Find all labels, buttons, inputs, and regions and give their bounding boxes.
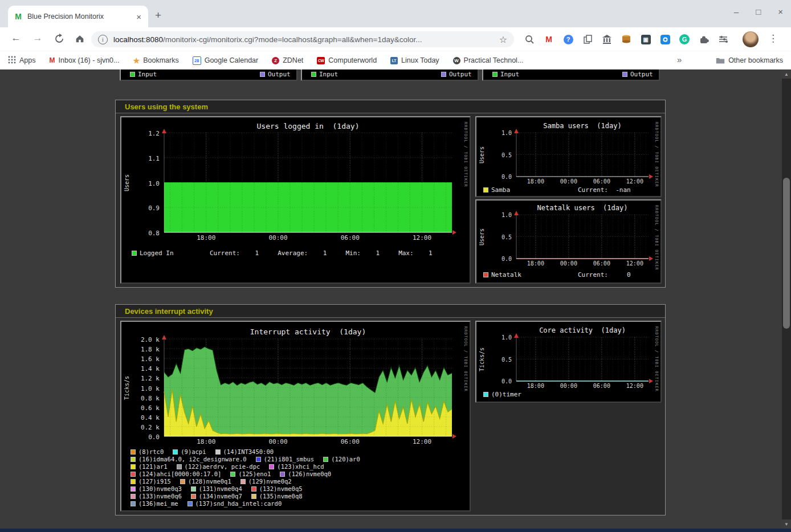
legend-item: (134)nvme0q7: [191, 493, 242, 500]
legend-item: (137)snd_hda_intel:card0: [187, 500, 282, 507]
legend-item: (16)idma64.0, i2c_designware.0: [131, 456, 247, 463]
grammarly-extension-icon[interactable]: G: [675, 31, 694, 47]
x-tick-label: 18:00: [194, 234, 219, 242]
legend-color-swatch: [483, 272, 488, 277]
y-tick-label: 0.5: [476, 357, 512, 363]
close-button[interactable]: ×: [778, 7, 783, 17]
camera-extension-icon[interactable]: [655, 31, 675, 47]
bookmark-item-wordpress[interactable]: WPractical Technol...: [453, 56, 524, 64]
y-tick-label: 0.8 k: [121, 395, 160, 402]
legend-label: (135)nvme0q8: [259, 493, 303, 500]
help-extension-icon[interactable]: ?: [558, 31, 578, 47]
bookmarks-overflow-chevron[interactable]: »: [677, 55, 682, 64]
browser-tab[interactable]: M Blue Precision Monitorix ×: [8, 6, 148, 27]
legend-label: (0)timer: [491, 391, 521, 398]
y-tick-label: 0.9: [121, 204, 160, 212]
page-info-icon[interactable]: i: [98, 35, 108, 44]
legend-stats: Current: -nan: [578, 186, 631, 194]
legend-row: (121)ar1(122)aerdrv, pcie-dpc(123)xhci_h…: [131, 463, 333, 470]
calendar-icon: 28: [193, 56, 201, 65]
netatalk-users-graph[interactable]: Netatalk users (1day)Users1.00.50.018:00…: [475, 199, 662, 284]
bookmark-star-icon[interactable]: ☆: [499, 34, 507, 45]
legend-label: (21)i801_smbus: [264, 456, 315, 463]
rrdtool-watermark: RRDTOOL / TOBI OETIKER: [654, 326, 659, 392]
x-tick-label: 12:00: [622, 260, 647, 267]
bank-extension-icon[interactable]: [597, 31, 617, 47]
y-tick-label: 2.0 k: [121, 336, 160, 343]
legend-item: (128)nvme0q1: [180, 478, 231, 485]
chart-title: Users logged in (1day): [164, 122, 452, 130]
back-button[interactable]: ←: [9, 32, 23, 44]
bookmark-item-linuxtoday[interactable]: LTLinux Today: [390, 56, 439, 64]
search-extension-icon[interactable]: [520, 31, 539, 47]
app-extension-icon[interactable]: ▣: [636, 31, 655, 47]
section-header-users: Users using the system: [116, 100, 665, 113]
new-tab-button[interactable]: +: [155, 9, 161, 22]
maximize-button[interactable]: □: [756, 7, 761, 17]
y-tick-label: 0.5: [476, 152, 512, 158]
legend-color-swatch: [441, 72, 446, 77]
profile-avatar[interactable]: [743, 31, 759, 47]
bookmark-item-zdnet[interactable]: ZZDNet: [272, 56, 303, 64]
rrdtool-watermark: RRDTOOL / TOBI OETIKER: [654, 122, 659, 187]
tab-close-icon[interactable]: ×: [135, 12, 142, 22]
sliders-extension-icon[interactable]: [713, 31, 733, 47]
home-button[interactable]: [73, 34, 87, 47]
legend-label: (122)aerdrv, pcie-dpc: [185, 463, 260, 470]
x-tick-label: 06:00: [589, 178, 614, 185]
bookmark-item-calendar[interactable]: 28Google Calendar: [193, 56, 259, 65]
gmail-extension-icon[interactable]: M: [539, 31, 558, 47]
legend-color-swatch: [280, 472, 285, 477]
address-bar[interactable]: i localhost:8080/monitorix-cgi/monitorix…: [91, 31, 514, 47]
x-tick-label: 06:00: [589, 260, 614, 267]
scroll-up-icon[interactable]: ▲: [782, 69, 791, 79]
legend-item: Output: [441, 71, 472, 78]
scroll-down-icon[interactable]: ▼: [782, 519, 791, 529]
app-glyph: ▣: [641, 35, 651, 44]
home-icon: [75, 34, 85, 44]
legend-color-swatch: [131, 486, 136, 492]
star-icon: ★: [133, 56, 140, 65]
copy-extension-icon[interactable]: [578, 31, 597, 47]
other-bookmarks-button[interactable]: Other bookmarks: [716, 51, 783, 69]
legend-item: Netatalk: [483, 271, 521, 279]
minimize-button[interactable]: –: [734, 7, 739, 17]
window-bottom-edge: [0, 529, 791, 532]
legend-row: (136)mei_me(137)snd_hda_intel:card0: [131, 500, 291, 507]
browser-menu-icon[interactable]: ⋮: [768, 32, 778, 44]
legend-label: (136)mei_me: [138, 500, 178, 507]
y-tick-label: 0.0: [476, 174, 512, 180]
computerworld-icon: CW: [317, 57, 325, 64]
legend-item: (129)nvme0q2: [240, 478, 292, 485]
rrdtool-watermark: RRDTOOL / TOBI OETIKER: [463, 122, 468, 187]
legend-color-swatch: [251, 486, 256, 492]
bookmark-item-star[interactable]: ★Bookmarks: [133, 56, 179, 65]
legend-row: (133)nvme0q6(134)nvme0q7(135)nvme0q8: [131, 493, 312, 500]
legend-label: Netatalk: [491, 271, 521, 279]
legend-color-swatch: [191, 486, 196, 492]
samba-users-graph[interactable]: Samba users (1day)Users1.00.50.018:0000:…: [475, 116, 662, 197]
gmail-m-glyph: M: [545, 35, 552, 44]
users-logged-in-graph[interactable]: Users logged in (1day)Users1.21.11.00.90…: [120, 116, 471, 284]
bookmark-item-apps[interactable]: Apps: [8, 56, 36, 66]
network-graph-cutoff: InputOutput: [482, 69, 660, 81]
scrollbar-thumb[interactable]: [783, 178, 790, 329]
core-activity-graph[interactable]: Core activity (1day)Ticks/s1.00.50.018:0…: [475, 321, 662, 403]
legend-color-swatch: [187, 501, 193, 506]
y-tick-label: 1.0: [121, 180, 160, 187]
legend-color-swatch: [191, 494, 196, 499]
legend-item: (123)xhci_hcd: [269, 463, 324, 470]
legend-row: (127)i915(128)nvme0q1(129)nvme0q2: [131, 478, 301, 485]
interrupt-activity-graph[interactable]: Interrupt activity (1day)Ticks/s2.0 k1.8…: [120, 321, 471, 511]
reload-button[interactable]: [52, 34, 66, 47]
forward-button[interactable]: →: [31, 32, 44, 44]
database-extension-icon[interactable]: [617, 31, 636, 47]
bookmark-item-cw[interactable]: CWComputerworld: [317, 56, 377, 64]
legend-row: (124)ahci[0000:00:17.0](125)eno1(126)nvm…: [131, 470, 340, 477]
legend-row: (130)nvme0q3(131)nvme0q4(132)nvme0q5: [131, 485, 312, 492]
puzzle-extension-icon[interactable]: [694, 31, 713, 47]
x-tick-label: 00:00: [556, 178, 581, 185]
x-tick-label: 00:00: [556, 383, 581, 389]
page-scrollbar[interactable]: ▲ ▼: [782, 69, 791, 529]
bookmark-item-gmail[interactable]: MInbox (16) - sjvn0...: [50, 56, 120, 64]
